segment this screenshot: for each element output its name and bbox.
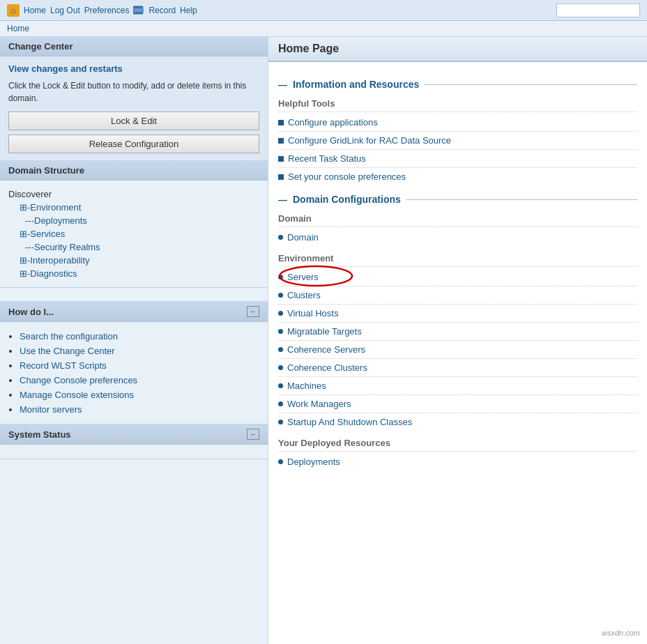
divider [278, 376, 637, 377]
domain-sub-title: Domain [278, 210, 637, 227]
tree-item-security-realms[interactable]: ---Security Realms [8, 240, 259, 254]
list-item: Search the configuration [20, 329, 259, 344]
divider [278, 394, 637, 395]
configure-gridlink-link[interactable]: Configure GridLink for RAC Data Source [278, 133, 637, 148]
sidebar-spacer [0, 288, 268, 302]
sidebar: Change Center View changes and restarts … [0, 37, 268, 644]
release-config-button[interactable]: Release Configuration [8, 135, 259, 153]
nav-record-link[interactable]: Record [149, 6, 176, 15]
svg-rect-4 [140, 6, 142, 8]
bullet-icon [278, 459, 283, 464]
deployed-resources-section: Your Deployed Resources Deployments [278, 435, 637, 469]
configure-apps-link[interactable]: Configure applications [278, 115, 637, 130]
recent-task-link[interactable]: Recent Task Status [278, 151, 637, 166]
bullet-icon [278, 311, 283, 316]
how-do-i-monitor-servers-link[interactable]: Monitor servers [20, 404, 82, 415]
tree-root-discoverer: Discoverer [8, 187, 259, 201]
how-do-i-list: Search the configuration Use the Change … [8, 329, 259, 417]
startup-shutdown-link[interactable]: Startup And Shutdown Classes [278, 415, 637, 429]
tree-item-diagnostics[interactable]: ⊞-Diagnostics [8, 267, 259, 280]
nav-preferences-link[interactable]: Preferences [84, 6, 130, 15]
divider [278, 322, 637, 323]
bullet-icon [278, 174, 284, 180]
servers-link[interactable]: Servers [278, 270, 637, 284]
svg-rect-7 [138, 12, 139, 14]
how-do-i-collapse-button[interactable]: − [247, 306, 259, 317]
how-do-i-change-center-link[interactable]: Use the Change Center [20, 346, 115, 356]
lock-edit-button[interactable]: Lock & Edit [8, 112, 259, 130]
domain-config-title: Domain Configurations [293, 194, 401, 205]
bullet-icon [278, 383, 283, 388]
virtual-hosts-link[interactable]: Virtual Hosts [278, 306, 637, 321]
change-center-title: Change Center [0, 37, 268, 56]
tree-item-services[interactable]: ⊞-Services [8, 227, 259, 240]
divider [278, 131, 637, 132]
domain-sub-section: Domain Domain [278, 210, 637, 245]
system-status-collapse-button[interactable]: − [247, 429, 259, 440]
svg-rect-2 [136, 6, 137, 8]
list-item: Manage Console extensions [20, 388, 259, 402]
main-body: — Information and Resources Helpful Tool… [268, 62, 647, 482]
migratable-targets-link[interactable]: Migratable Targets [278, 324, 637, 339]
info-resources-title: Information and Resources [293, 79, 419, 90]
top-nav-bar: ⌂ Home Log Out Preferences Record Help [0, 0, 647, 21]
main-layout: Change Center View changes and restarts … [0, 37, 647, 644]
tree-item-deployments[interactable]: ---Deployments [8, 214, 259, 227]
how-do-i-record-wlst-link[interactable]: Record WLST Scripts [20, 360, 107, 371]
bullet-icon [278, 293, 283, 298]
view-changes-link[interactable]: View changes and restarts [8, 63, 123, 74]
domain-link[interactable]: Domain [278, 230, 637, 245]
how-do-i-console-prefs-link[interactable]: Change Console preferences [20, 375, 137, 385]
machines-link[interactable]: Machines [278, 378, 637, 393]
nav-help-link[interactable]: Help [180, 6, 197, 15]
bullet-icon [278, 347, 283, 352]
tree-item-interoperability[interactable]: ⊞-Interoperability [8, 254, 259, 267]
change-center-section: Change Center View changes and restarts … [0, 37, 268, 161]
set-console-prefs-link[interactable]: Set your console preferences [278, 169, 637, 184]
clusters-link[interactable]: Clusters [278, 288, 637, 302]
domain-structure-section: Domain Structure Discoverer ⊞-Environmen… [0, 161, 268, 288]
page-title: Home Page [268, 37, 647, 62]
list-item: Use the Change Center [20, 344, 259, 358]
top-search-input[interactable] [556, 3, 640, 17]
svg-rect-6 [136, 12, 137, 14]
info-resources-header: — Information and Resources [278, 79, 637, 90]
breadcrumb-home[interactable]: Home [7, 24, 29, 33]
nav-home-link[interactable]: Home [24, 6, 46, 15]
section-line [425, 84, 637, 85]
svg-rect-1 [134, 6, 135, 8]
bullet-icon [278, 120, 284, 125]
divider [278, 167, 637, 168]
how-do-i-title: How do I... − [0, 302, 268, 322]
coherence-servers-link[interactable]: Coherence Servers [278, 342, 637, 357]
domain-structure-title: Domain Structure [0, 161, 268, 181]
record-icon-group [133, 6, 144, 15]
change-center-description: Click the Lock & Edit button to modify, … [8, 79, 259, 105]
how-do-i-search-link[interactable]: Search the configuration [20, 331, 118, 342]
divider [278, 304, 637, 305]
bullet-icon [278, 156, 284, 162]
divider [278, 340, 637, 341]
film-icon [133, 6, 144, 15]
svg-rect-8 [140, 12, 142, 14]
tree-item-environment[interactable]: ⊞-Environment [8, 201, 259, 214]
section-line [406, 199, 637, 200]
coherence-clusters-link[interactable]: Coherence Clusters [278, 360, 637, 375]
breadcrumb: Home [0, 21, 647, 37]
how-do-i-section: How do I... − Search the configuration U… [0, 302, 268, 424]
watermark: wsxdn.com [602, 629, 640, 637]
divider [278, 358, 637, 359]
bullet-icon [278, 138, 284, 144]
deployments-link[interactable]: Deployments [278, 454, 637, 469]
list-item: Record WLST Scripts [20, 358, 259, 373]
helpful-tools-title: Helpful Tools [278, 95, 637, 112]
nav-logout-link[interactable]: Log Out [50, 6, 80, 15]
environment-sub-title: Environment [278, 250, 637, 267]
helpful-tools-section: Helpful Tools Configure applications Con… [278, 95, 637, 184]
system-status-title: System Status − [0, 424, 268, 445]
how-do-i-manage-extensions-link[interactable]: Manage Console extensions [20, 390, 134, 400]
divider [278, 149, 637, 150]
work-managers-link[interactable]: Work Managers [278, 397, 637, 411]
bullet-icon [278, 235, 283, 240]
divider [278, 286, 637, 286]
